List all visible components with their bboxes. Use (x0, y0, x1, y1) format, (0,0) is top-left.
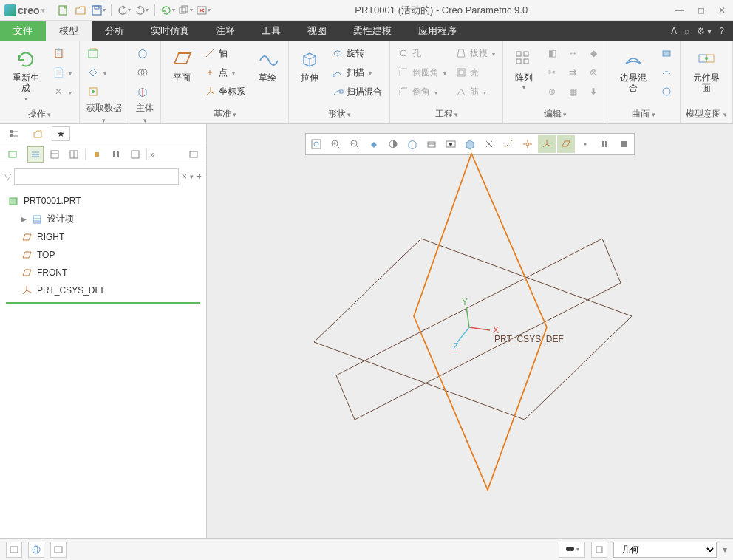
regenerate-big-button[interactable]: 重新生成 ▾ (4, 44, 47, 105)
tree-display-button[interactable] (4, 146, 21, 163)
datum-plane-button[interactable]: 平面 (166, 44, 198, 86)
search-dropdown[interactable]: ▾ (190, 173, 194, 180)
search-add-button[interactable]: + (197, 171, 202, 182)
datum-csys-button[interactable]: 坐标系 (201, 83, 248, 100)
tab-analysis[interactable]: 分析 (92, 21, 137, 41)
group-shape-label[interactable]: 形状 (328, 109, 352, 119)
datum-axis-button[interactable]: 轴 (201, 44, 248, 62)
tree-options-button[interactable] (185, 146, 202, 163)
group-intent-label[interactable]: 模型意图 (686, 109, 727, 119)
sweepblend-button[interactable]: 扫描混合 (329, 83, 385, 100)
tree-search-input[interactable] (14, 168, 179, 185)
regenerate-button[interactable]: ▾ (160, 3, 175, 18)
tab-view[interactable]: 视图 (294, 21, 340, 41)
round-button[interactable]: 倒圆角 (395, 64, 449, 81)
offset-button[interactable]: ⇉ (564, 64, 582, 81)
tree-expand-button[interactable]: » (150, 149, 155, 160)
filter-icon[interactable]: ▽ (4, 171, 11, 182)
command-search-button[interactable]: ⌕ (684, 26, 689, 36)
chamfer-button[interactable]: 倒角 (395, 83, 449, 100)
maximize-button[interactable]: ◻ (695, 5, 708, 16)
tree-layer-button[interactable] (66, 146, 82, 163)
component-interface-button[interactable]: 元件界面 (685, 44, 728, 97)
datum-point-button[interactable]: 点 (201, 64, 248, 81)
project-button[interactable]: ⬇ (584, 83, 602, 100)
group-surf-label[interactable]: 曲面 (632, 109, 655, 119)
undo-button[interactable]: ▾ (117, 3, 132, 18)
tab-simulation[interactable]: 实时仿真 (137, 21, 202, 41)
status-expand-button[interactable]: ▾ (723, 544, 727, 555)
tab-tools[interactable]: 工具 (248, 21, 294, 41)
status-messages-button[interactable] (6, 542, 22, 558)
rib-button[interactable]: 筋 (452, 83, 498, 100)
tree-right[interactable]: RIGHT (19, 228, 200, 246)
sketch-button[interactable]: 草绘 (251, 44, 284, 86)
group-operations-label[interactable]: 操作 (28, 109, 52, 119)
sidebar-tab-tree[interactable] (4, 127, 24, 140)
tree-top[interactable]: TOP (19, 246, 200, 264)
tab-model[interactable]: 模型 (46, 21, 92, 41)
tree-root[interactable]: PRT0001.PRT (6, 192, 200, 210)
body-new-button[interactable] (134, 44, 151, 62)
revolve-button[interactable]: 旋转 (329, 44, 385, 62)
sidebar-tab-folder[interactable] (28, 127, 47, 140)
sweep-button[interactable]: 扫描 (329, 64, 385, 81)
help-button[interactable]: ? (719, 26, 724, 36)
new-file-button[interactable] (55, 3, 70, 18)
style-button[interactable] (658, 64, 675, 81)
sidebar-tab-favorites[interactable]: ★ (52, 126, 70, 141)
tree-design[interactable]: ▶ 设计项 (19, 210, 200, 228)
tree-simple-button[interactable] (27, 146, 44, 163)
solidify-button[interactable]: ◆ (584, 44, 602, 62)
fill-button[interactable] (658, 44, 675, 62)
collapse-ribbon-button[interactable]: ᐱ (671, 26, 677, 36)
body-split-button[interactable] (134, 83, 151, 100)
extrude-button[interactable]: 拉伸 (293, 44, 326, 86)
tab-flex[interactable]: 柔性建模 (340, 21, 405, 41)
tab-file[interactable]: 文件 (0, 21, 46, 41)
status-rect-button[interactable] (50, 542, 67, 558)
tree-settings-button[interactable] (108, 146, 124, 163)
group-body-label[interactable]: 主体 (136, 103, 154, 125)
copy-button[interactable]: 📋 (50, 44, 75, 62)
shell-button[interactable]: 壳 (452, 64, 498, 81)
graphics-canvas[interactable]: X Y Z PRT_CSYS_DEF (207, 124, 733, 538)
tree-detail-button[interactable] (47, 146, 63, 163)
windows-button[interactable]: ▾ (178, 3, 193, 18)
pattern-button[interactable]: 阵列 ▾ (508, 44, 540, 94)
status-web-button[interactable] (28, 542, 44, 558)
trim-button[interactable]: ✂ (543, 64, 561, 81)
close-window-button[interactable]: ▾ (196, 3, 211, 18)
merge-button[interactable]: ⊕ (543, 83, 561, 100)
selection-button[interactable] (591, 542, 607, 558)
tree-csys[interactable]: PRT_CSYS_DEF (19, 281, 200, 299)
intersect-button[interactable]: ⊗ (584, 64, 602, 81)
group-getdata-label[interactable]: 获取数据 (86, 103, 122, 125)
draft-button[interactable]: 拔模 (452, 44, 498, 62)
group-datum-label[interactable]: 基准 (214, 109, 237, 119)
selection-filter-select[interactable]: 几何 (613, 542, 717, 558)
tree-filter-button[interactable] (127, 146, 143, 163)
delete-button[interactable]: ✕ (50, 83, 75, 100)
copy-geometry-button[interactable] (84, 64, 109, 81)
extend-button[interactable]: ↔ (564, 44, 582, 62)
close-button[interactable]: ✕ (715, 5, 729, 16)
tab-annotate[interactable]: 注释 (202, 21, 248, 41)
user-def-feature-button[interactable] (84, 44, 109, 62)
settings-gear-icon[interactable]: ⚙ ▾ (697, 26, 712, 36)
hole-button[interactable]: 孔 (395, 44, 449, 62)
freeform-button[interactable] (658, 83, 675, 100)
boundary-blend-button[interactable]: 边界混合 (612, 44, 654, 97)
open-file-button[interactable] (73, 3, 88, 18)
mirror-button[interactable]: ◧ (543, 44, 561, 62)
save-button[interactable]: ▾ (91, 3, 106, 18)
minimize-button[interactable]: — (672, 5, 687, 16)
tab-app[interactable]: 应用程序 (405, 21, 470, 41)
paste-button[interactable]: 📄 (50, 64, 75, 81)
group-eng-label[interactable]: 工程 (435, 109, 459, 119)
tree-show-button[interactable] (89, 146, 105, 163)
shrinkwrap-button[interactable] (84, 83, 109, 100)
redo-button[interactable]: ▾ (134, 3, 149, 18)
tree-insert-marker[interactable] (6, 302, 200, 304)
search-clear-button[interactable]: × (182, 171, 187, 182)
